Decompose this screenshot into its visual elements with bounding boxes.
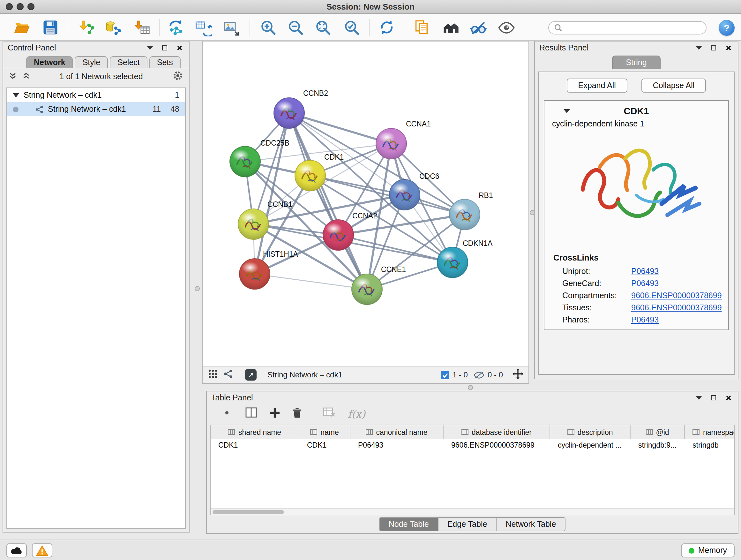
column-header-id[interactable]: @id (630, 425, 685, 439)
birdseye-toggle-button[interactable] (208, 369, 218, 381)
results-tab-string[interactable]: String (612, 56, 661, 69)
home-button[interactable] (441, 18, 460, 37)
panel-close-button[interactable] (723, 43, 733, 53)
tab-edge-table[interactable]: Edge Table (438, 517, 497, 531)
network-view-title: String Network – cdk1 (267, 370, 342, 379)
table-row[interactable]: CDK1 CDK1 P06493 9606.ENSP00000378699 cy… (211, 439, 734, 452)
expand-all-button[interactable]: Expand All (567, 78, 627, 92)
strip-separator (239, 369, 239, 380)
panel-float-button[interactable] (709, 393, 719, 403)
zoom-selected-button[interactable] (342, 18, 361, 37)
network-collection-label: String Network – cdk1 (23, 91, 161, 100)
network-from-table-button[interactable] (193, 18, 212, 37)
question-mark-icon: ? (724, 22, 730, 33)
collapse-gene-icon[interactable] (563, 109, 570, 113)
expander-icon (13, 92, 19, 98)
open-external-button[interactable]: ↗ (245, 369, 257, 381)
tab-sets[interactable]: Sets (149, 56, 181, 68)
delete-column-button[interactable] (292, 407, 302, 421)
network-options-button[interactable] (172, 70, 183, 83)
panel-menu-button[interactable] (145, 43, 155, 53)
column-header-canonical-name[interactable]: canonical name (350, 425, 444, 439)
warning-icon (36, 545, 49, 556)
svg-text:CCNB1: CCNB1 (267, 200, 292, 208)
function-builder-button[interactable]: f(x) (348, 408, 365, 420)
column-header-database-identifier[interactable]: database identifier (444, 425, 550, 439)
column-header-description[interactable]: description (550, 425, 630, 439)
column-icon (646, 429, 653, 435)
panel-close-button[interactable] (174, 43, 185, 53)
collapse-all-button[interactable]: Collapse All (642, 78, 706, 92)
crosslink-tissues-link[interactable]: 9606.ENSP00000378699 (631, 303, 722, 312)
zoom-in-icon (259, 19, 277, 36)
search-input[interactable] (566, 23, 701, 33)
panel-menu-button[interactable] (694, 43, 704, 53)
tab-node-table[interactable]: Node Table (379, 517, 439, 531)
fit-content-button[interactable] (513, 368, 523, 381)
left-splitter-handle[interactable] (195, 286, 200, 291)
glasses-slash-icon (469, 19, 487, 36)
zoom-fit-button[interactable] (313, 18, 333, 37)
help-button[interactable]: ? (719, 20, 735, 36)
zoom-out-button[interactable] (286, 18, 305, 37)
network-from-table-icon (194, 19, 212, 36)
tab-network-table[interactable]: Network Table (496, 517, 565, 531)
memory-button[interactable]: Memory (681, 543, 735, 557)
results-panel: Results Panel String Expand All Collapse… (534, 41, 738, 379)
cloud-status-button[interactable] (6, 543, 27, 557)
horizontal-splitter-handle[interactable] (468, 385, 473, 390)
import-network-database-button[interactable] (104, 18, 123, 37)
save-session-button[interactable] (41, 18, 60, 37)
report-button[interactable] (412, 18, 431, 37)
panel-float-button[interactable] (709, 43, 719, 53)
import-table-button[interactable] (132, 18, 151, 37)
expand-all-tree-button[interactable] (9, 71, 17, 82)
svg-text:CDC25B: CDC25B (260, 139, 289, 147)
delete-table-button[interactable] (323, 408, 336, 420)
crosslink-row: Tissues: 9606.ENSP00000378699 (544, 301, 728, 314)
panel-close-button[interactable] (723, 393, 733, 403)
import-network-file-button[interactable] (77, 18, 96, 37)
column-header-namespace[interactable]: namespac (685, 425, 735, 439)
control-panel-title: Control Panel (8, 44, 56, 52)
show-columns-button[interactable] (245, 408, 257, 420)
network-collection-count: 1 (165, 91, 179, 100)
table-settings-button[interactable] (221, 407, 233, 421)
toggle-hidden-button[interactable] (468, 18, 488, 37)
open-session-button[interactable] (12, 18, 31, 37)
add-column-button[interactable] (269, 407, 280, 421)
table-horizontal-scrollbar[interactable] (211, 508, 734, 515)
crosslink-compartments-link[interactable]: 9606.ENSP00000378699 (631, 291, 722, 300)
cell-database-identifier: 9606.ENSP00000378699 (444, 439, 550, 452)
column-header-name[interactable]: name (299, 425, 350, 439)
table-panel-title: Table Panel (211, 393, 253, 402)
zoom-in-button[interactable] (259, 18, 278, 37)
new-network-button[interactable] (166, 18, 185, 37)
network-row-selected[interactable]: String Network – cdk1 11 48 (7, 102, 185, 116)
panel-menu-button[interactable] (694, 393, 704, 403)
refresh-layout-button[interactable] (377, 18, 396, 37)
network-canvas-area[interactable]: CCNB2CCNA1CDC25BCDK1CDC6RB1CCNB1CCNA2CDK… (203, 42, 529, 366)
network-share-button[interactable] (223, 369, 233, 381)
svg-text:CCNA2: CCNA2 (352, 212, 377, 220)
scrollbar-thumb[interactable] (212, 510, 284, 514)
panel-float-button[interactable] (159, 43, 170, 53)
network-collection-row[interactable]: String Network – cdk1 1 (7, 88, 185, 102)
warnings-button[interactable] (32, 543, 52, 557)
collapse-all-tree-button[interactable] (22, 71, 30, 82)
tab-network[interactable]: Network (26, 56, 73, 68)
crosslink-pharos-link[interactable]: P06493 (631, 315, 659, 324)
gene-card-header[interactable]: CDK1 (544, 101, 728, 119)
crosslink-uniprot-link[interactable]: P06493 (631, 266, 659, 275)
svg-text:CDKN1A: CDKN1A (463, 239, 493, 247)
eye-slash-icon (474, 371, 484, 379)
tab-select[interactable]: Select (110, 56, 147, 68)
network-canvas[interactable]: CCNB2CCNA1CDC25BCDK1CDC6RB1CCNB1CCNA2CDK… (203, 42, 529, 366)
double-chevron-up-icon (22, 72, 30, 80)
export-image-button[interactable] (221, 18, 241, 37)
results-buttons-row: Expand All Collapse All (539, 72, 734, 98)
show-graphics-button[interactable] (496, 18, 516, 37)
column-header-shared-name[interactable]: shared name (211, 425, 299, 439)
crosslink-genecard-link[interactable]: P06493 (631, 279, 659, 288)
tab-style[interactable]: Style (75, 56, 108, 68)
